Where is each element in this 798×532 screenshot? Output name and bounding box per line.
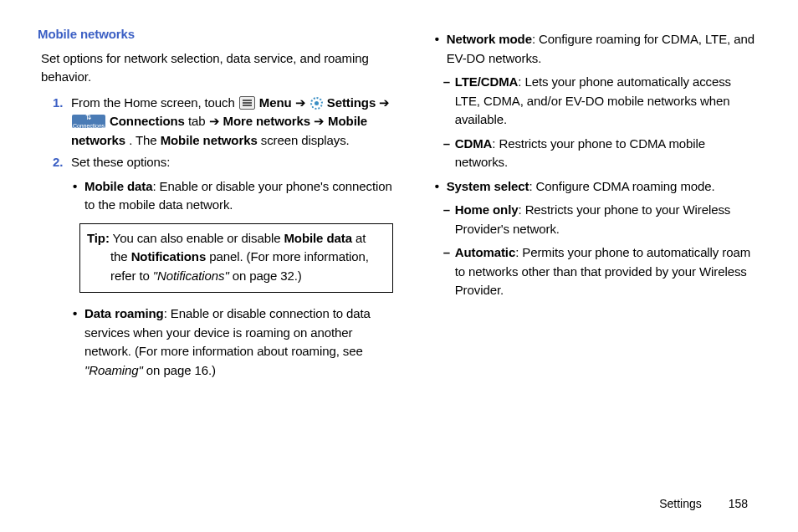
tip-text-d: on page 32.) — [229, 269, 302, 283]
bullet-data-roaming: • Data roaming: Enable or disable connec… — [73, 304, 393, 380]
step-1-text-c: screen displays. — [261, 133, 350, 147]
tab-word: tab — [188, 114, 209, 128]
settings-label: Settings — [327, 95, 376, 110]
tip-bold-2: Notifications — [131, 249, 207, 263]
roaming-ref: "Roaming" — [84, 363, 143, 377]
arrow-icon: ➔ — [314, 114, 328, 128]
tip-box: Tip: You can also enable or disable Mobi… — [79, 223, 393, 294]
step-1-number: 1. — [53, 94, 71, 151]
cdma-label: CDMA — [455, 136, 493, 151]
arrow-icon: ➔ — [379, 95, 390, 110]
connections-icon: Connections — [72, 115, 105, 128]
connections-label: Connections — [110, 114, 185, 128]
more-networks-label: More networks — [223, 114, 311, 128]
step-1-text-b: . The — [129, 133, 160, 147]
arrow-icon: ➔ — [209, 114, 223, 128]
bullet-mobile-data: • Mobile data: Enable or disable your ph… — [73, 177, 393, 215]
section-intro: Set options for network selection, data … — [41, 49, 393, 87]
section-title: Mobile networks — [38, 25, 393, 44]
data-roaming-desc-b: on page 16.) — [143, 363, 216, 377]
bullet-icon: • — [435, 30, 447, 68]
system-select-label: System select — [447, 179, 529, 193]
step-1: 1. From the Home screen, touch Menu ➔ Se… — [53, 94, 393, 151]
page-footer: Settings 158 — [659, 497, 748, 510]
bullet-network-mode: • Network mode: Configure roaming for CD… — [435, 30, 756, 68]
dash-automatic: – Automatic: Permits your phone to autom… — [443, 243, 756, 300]
dash-icon: – — [443, 243, 455, 300]
footer-page-number: 158 — [729, 497, 748, 510]
dash-home-only: – Home only: Restricts your phone to you… — [443, 201, 756, 238]
dash-icon: – — [443, 201, 455, 238]
settings-icon — [310, 97, 323, 110]
bullet-system-select: • System select: Configure CDMA roaming … — [435, 177, 756, 197]
cdma-desc: : Restricts your phone to CDMA mobile ne… — [455, 136, 705, 170]
automatic-label: Automatic — [455, 245, 515, 259]
step-2-number: 2. — [53, 153, 71, 172]
arrow-icon: ➔ — [295, 95, 309, 110]
step-2: 2. Set these options: — [53, 153, 393, 172]
data-roaming-label: Data roaming — [84, 306, 164, 320]
step-1-text-a: From the Home screen, touch — [71, 95, 238, 110]
tip-bold-1: Mobile data — [284, 231, 351, 245]
step-2-text: Set these options: — [71, 153, 393, 172]
bullet-icon: • — [73, 177, 84, 215]
mobile-networks-label-2: Mobile networks — [161, 133, 258, 147]
menu-icon — [239, 96, 255, 110]
tip-text-a: You can also enable or disable — [110, 231, 284, 245]
dash-lte-cdma: – LTE/CDMA: Lets your phone automaticall… — [443, 73, 756, 130]
dash-icon: – — [443, 73, 455, 130]
tip-ref: "Notifications" — [153, 269, 229, 283]
mobile-data-label: Mobile data — [84, 179, 152, 193]
network-mode-label: Network mode — [447, 32, 532, 46]
home-only-label: Home only — [455, 202, 519, 217]
footer-section: Settings — [659, 497, 702, 510]
tip-label: Tip: — [87, 231, 110, 245]
bullet-icon: • — [73, 304, 84, 380]
lte-cdma-label: LTE/CDMA — [455, 74, 519, 89]
menu-label: Menu — [259, 95, 292, 110]
dash-cdma: – CDMA: Restricts your phone to CDMA mob… — [443, 135, 756, 172]
system-select-desc: : Configure CDMA roaming mode. — [529, 179, 714, 193]
bullet-icon: • — [435, 177, 447, 197]
dash-icon: – — [443, 135, 455, 172]
